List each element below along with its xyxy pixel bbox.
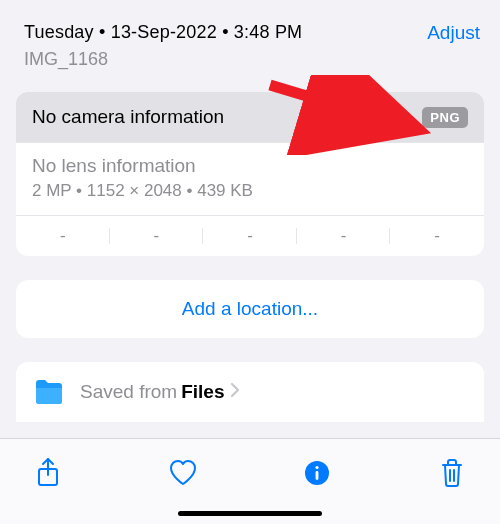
lens-title: No lens information: [32, 155, 468, 177]
exif-cell: -: [203, 226, 297, 246]
camera-info-card: No camera information PNG No lens inform…: [16, 92, 484, 256]
lens-row: No lens information 2 MP • 1152 × 2048 •…: [16, 143, 484, 216]
source-app: Files: [181, 381, 224, 403]
home-indicator: [178, 511, 322, 516]
exif-cell: -: [390, 226, 484, 246]
exif-row: - - - - -: [16, 216, 484, 256]
favorite-button[interactable]: [163, 453, 203, 493]
filename: IMG_1168: [24, 49, 302, 70]
svg-point-3: [316, 466, 319, 469]
add-location-button[interactable]: Add a location...: [16, 280, 484, 338]
files-app-icon: [32, 375, 66, 409]
chevron-right-icon: [230, 381, 240, 403]
exif-cell: -: [16, 226, 110, 246]
exif-cell: -: [297, 226, 391, 246]
timestamp: Tuesday • 13-Sep-2022 • 3:48 PM: [24, 22, 302, 43]
camera-row: No camera information PNG: [16, 92, 484, 143]
info-header: Tuesday • 13-Sep-2022 • 3:48 PM IMG_1168…: [0, 16, 500, 70]
adjust-button[interactable]: Adjust: [427, 22, 480, 44]
camera-text: No camera information: [32, 106, 224, 128]
share-button[interactable]: [28, 453, 68, 493]
exif-cell: -: [110, 226, 204, 246]
format-badge: PNG: [422, 107, 468, 128]
delete-button[interactable]: [432, 453, 472, 493]
svg-rect-4: [316, 471, 319, 480]
info-button[interactable]: [297, 453, 337, 493]
source-text: Saved from Files: [80, 381, 468, 403]
lens-meta: 2 MP • 1152 × 2048 • 439 KB: [32, 181, 468, 201]
source-card[interactable]: Saved from Files: [16, 362, 484, 422]
source-prefix: Saved from: [80, 381, 177, 403]
